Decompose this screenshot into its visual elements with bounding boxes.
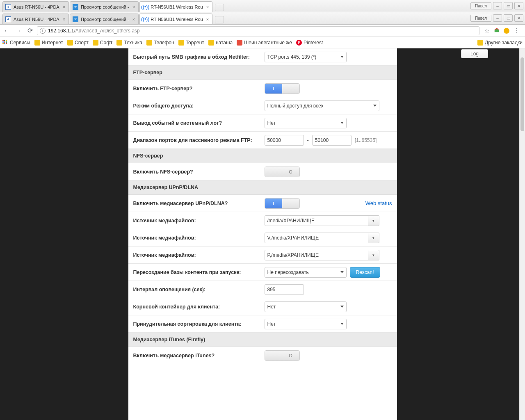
itunes-enable-label: Включить медиасервер iTunes? <box>133 353 265 358</box>
site-info-icon[interactable]: i <box>40 28 46 34</box>
close-window-icon[interactable]: ✕ <box>514 2 523 9</box>
bookmark-item[interactable]: Техника <box>116 40 142 46</box>
root-container-select[interactable]: Нет <box>265 301 347 312</box>
nfs-enable-label: Включить NFS-сервер? <box>133 169 265 175</box>
bookmark-item[interactable]: наташа <box>208 40 233 46</box>
tab-webos[interactable]: wПросмотр сообщений -× <box>70 1 139 12</box>
close-icon[interactable]: × <box>206 5 209 9</box>
media-src-label: Источник медиафайлов: <box>133 252 265 258</box>
media-src-3-combo[interactable]: ▾ <box>265 250 379 260</box>
folder-icon <box>477 40 483 46</box>
row-rebuild: Пересоздание базы контента при запуске: … <box>128 264 397 281</box>
log-button[interactable]: Log <box>461 49 488 58</box>
bookmark-item[interactable]: Софт <box>93 40 112 46</box>
force-sort-select[interactable]: Нет <box>265 319 347 329</box>
browser-toolbar: ← → ⟳ i 192.168.1.1/Advanced_AiDisk_othe… <box>0 25 525 37</box>
tab-4pda[interactable]: 4Asus RT-N56U - 4PDA× <box>2 1 69 12</box>
tab-title: Просмотр сообщений - <box>81 5 129 9</box>
ftp-passive-from-input[interactable] <box>265 135 304 146</box>
row-itunes-enable: Включить медиасервер iTunes? <box>128 347 397 364</box>
tab-title: Asus RT-N56U - 4PDA <box>14 17 59 22</box>
close-icon[interactable]: × <box>132 17 135 22</box>
media-src-3-input[interactable] <box>265 250 379 260</box>
sort-label: Принудительная сортировка для клиента: <box>133 321 265 327</box>
vertical-scrollbar[interactable] <box>519 48 525 420</box>
url-host: 192.168.1.1 <box>48 28 74 34</box>
reload-icon[interactable]: ⟳ <box>25 26 34 35</box>
user-chip[interactable]: Павел <box>470 15 491 22</box>
folder-icon <box>178 40 184 46</box>
extension-icon[interactable] <box>504 28 509 34</box>
chevron-down-icon[interactable]: ▾ <box>368 250 379 260</box>
folder-icon <box>67 40 73 46</box>
folder-icon <box>116 40 122 46</box>
bookmark-shein[interactable]: Шеин элегантные же <box>237 40 292 46</box>
back-icon[interactable]: ← <box>2 26 11 35</box>
tab-router[interactable]: ((•))RT-N56UB1 Wireless Rou× <box>139 1 212 12</box>
rescan-button[interactable]: Rescan! <box>350 267 380 278</box>
row-media-src-1: Источник медиафайлов: ▾ <box>128 212 397 229</box>
media-src-label: Источник медиафайлов: <box>133 218 265 224</box>
user-chip[interactable]: Павел <box>470 2 491 9</box>
tab-router[interactable]: ((•))RT-N56UB1 Wireless Rou× <box>139 14 212 24</box>
browser-tab-strip-2: 4Asus RT-N56U - 4PDA× wПросмотр сообщени… <box>0 12 525 25</box>
nfs-enable-toggle[interactable] <box>265 167 300 177</box>
tab-title: RT-N56UB1 Wireless Rou <box>151 17 203 22</box>
ftp-enable-toggle[interactable] <box>265 83 300 94</box>
shein-icon <box>237 40 242 46</box>
close-icon[interactable]: × <box>132 5 135 9</box>
pinterest-icon: P <box>296 40 302 46</box>
rebuild-label: Пересоздание базы контента при запуске: <box>133 269 265 275</box>
close-icon[interactable]: × <box>206 17 209 22</box>
ftp-enable-label: Включить FTP-сервер? <box>133 86 265 91</box>
itunes-enable-toggle[interactable] <box>265 350 300 361</box>
minimize-icon[interactable]: – <box>493 14 502 22</box>
media-src-1-combo[interactable]: ▾ <box>265 215 379 226</box>
address-bar[interactable]: i 192.168.1.1/Advanced_AiDisk_others.asp <box>37 26 479 35</box>
bookmark-item[interactable]: Интернет <box>34 40 63 46</box>
close-icon[interactable]: × <box>63 5 65 9</box>
bookmark-star-icon[interactable]: ☆ <box>484 27 490 34</box>
apps-grid-icon <box>2 40 8 46</box>
ftp-log-label: Вывод событий в системный лог? <box>133 120 265 126</box>
apps-shortcut[interactable]: Сервисы <box>2 40 30 46</box>
favicon-4pda-icon: 4 <box>5 16 11 22</box>
favicon-wifi-icon: ((•)) <box>142 16 148 22</box>
home-icon[interactable] <box>494 27 500 34</box>
chevron-down-icon[interactable]: ▾ <box>368 215 379 226</box>
favicon-webos-icon: w <box>73 16 78 22</box>
new-tab-button[interactable] <box>215 16 224 23</box>
ftp-share-select[interactable]: Полный доступ для всех <box>265 100 379 111</box>
rebuild-select[interactable]: Не пересоздавать <box>265 267 347 278</box>
ftp-passive-to-input[interactable] <box>312 135 352 146</box>
maximize-icon[interactable]: ▭ <box>504 2 513 9</box>
dlna-enable-label: Включить медиасервер UPnP/DLNA? <box>133 201 265 206</box>
bookmark-pinterest[interactable]: PPinterest <box>296 40 323 46</box>
close-icon[interactable]: × <box>63 17 65 22</box>
other-bookmarks[interactable]: Другие закладки <box>477 40 523 46</box>
row-nfs-enable: Включить NFS-сервер? <box>128 163 397 180</box>
minimize-icon[interactable]: – <box>493 2 502 9</box>
smb-fastpath-select[interactable]: TCP ports 445, 139 (*) <box>265 52 347 62</box>
bookmark-item[interactable]: Торрент <box>178 40 204 46</box>
menu-icon[interactable]: ⋮ <box>514 27 520 34</box>
chevron-down-icon[interactable]: ▾ <box>368 233 379 243</box>
web-status-link[interactable]: Web status <box>365 200 392 206</box>
ftp-log-select[interactable]: Нет <box>265 118 347 128</box>
media-src-1-input[interactable] <box>265 215 379 226</box>
media-src-2-input[interactable] <box>265 233 379 243</box>
ftp-passive-hint: [1..65535] <box>355 137 377 143</box>
row-ftp-log: Вывод событий в системный лог? Нет <box>128 114 397 132</box>
row-notify-interval: Интервал оповещения (сек): <box>128 281 397 298</box>
bookmark-item[interactable]: Спорт <box>67 40 89 46</box>
new-tab-button[interactable] <box>215 4 224 11</box>
media-src-2-combo[interactable]: ▾ <box>265 233 379 243</box>
bookmark-item[interactable]: Телефон <box>146 40 174 46</box>
notify-interval-input[interactable] <box>265 284 304 295</box>
tab-4pda[interactable]: 4Asus RT-N56U - 4PDA× <box>2 14 69 24</box>
tab-webos[interactable]: wПросмотр сообщений -× <box>70 14 139 24</box>
maximize-icon[interactable]: ▭ <box>504 14 513 22</box>
close-window-icon[interactable]: ✕ <box>514 14 523 22</box>
scrollbar-thumb[interactable] <box>520 57 524 131</box>
dlna-enable-toggle[interactable] <box>265 198 300 209</box>
